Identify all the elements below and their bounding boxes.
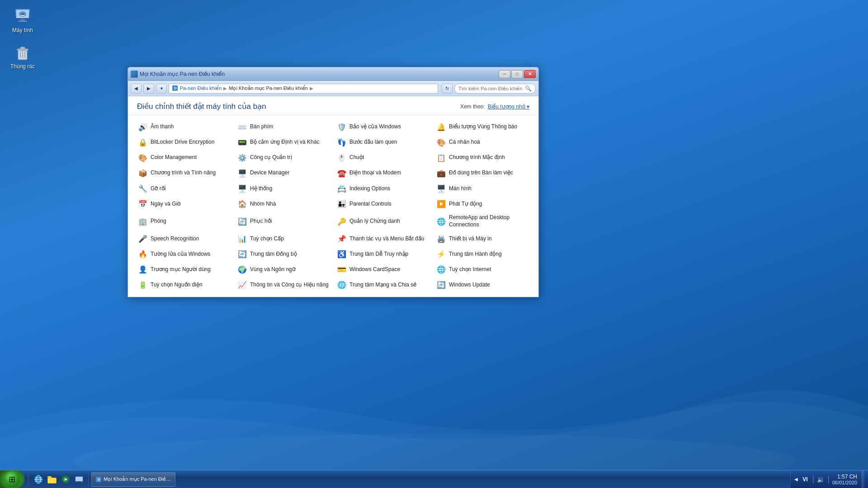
item-icon-tuong-lua: 🔥 <box>138 249 148 259</box>
tray-separator2: | <box>827 474 830 484</box>
back-button[interactable]: ◀ <box>131 84 142 94</box>
start-button[interactable]: ⊞ <box>0 470 24 488</box>
maximize-button[interactable]: □ <box>511 70 523 78</box>
grid-item-tuong-lua[interactable]: 🔥 Tường lửa của Windows <box>135 247 233 262</box>
search-input[interactable] <box>458 86 523 91</box>
search-box[interactable]: 🔍 <box>454 84 536 94</box>
item-label-tuong-lua: Tường lửa của Windows <box>151 251 210 258</box>
grid-item-device-manager[interactable]: 🖥️ Device Manager <box>235 166 332 180</box>
grid-item-ngay-va-gio[interactable]: 📅 Ngày và Giờ <box>135 197 233 211</box>
recent-button[interactable]: ▾ <box>156 84 167 94</box>
item-label-speech-recognition: Speech Recognition <box>151 235 199 243</box>
grid-item-ban-phim[interactable]: ⌨️ Bàn phím <box>235 120 332 134</box>
grid-item-trung-tam-dong-bo[interactable]: 🔄 Trung tâm Đồng bộ <box>235 247 332 262</box>
computer-icon-label: Máy tính <box>12 27 33 33</box>
item-icon-chuot: 🖱️ <box>337 153 347 163</box>
item-icon-trung-tam-de-truy-nhap: ♿ <box>337 249 347 259</box>
grid-item-thiet-bi-may-in[interactable]: 🖨️ Thiết bị và Máy in <box>434 232 531 246</box>
grid-item-color-management[interactable]: 🎨 Color Management <box>135 150 233 165</box>
grid-item-am-thanh[interactable]: 🔊 Âm thanh <box>135 120 233 134</box>
grid-item-cong-cu-quan-tri[interactable]: ⚙️ Công cụ Quản trị <box>235 150 332 165</box>
item-icon-chuong-trinh-tinh-nang: 📦 <box>138 168 148 178</box>
grid-item-indexing-options[interactable]: 📇 Indexing Options <box>334 181 432 196</box>
grid-item-dien-thoai-modem[interactable]: ☎️ Điện thoại và Modem <box>334 166 432 180</box>
grid-item-bitlocker[interactable]: 🔒 BitLocker Drive Encryption <box>135 135 233 150</box>
item-icon-trung-tam-dong-bo: 🔄 <box>237 249 247 259</box>
taskbar: ⊞ <box>0 470 868 488</box>
grid-item-chuong-trinh-mac-dinh[interactable]: 📋 Chương trình Mặc định <box>434 150 531 165</box>
grid-item-do-dung-ban-lam-viec[interactable]: 💼 Đồ dùng trên Bàn làm việc <box>434 166 531 180</box>
breadcrumb-icon: ⚙ <box>172 85 178 92</box>
grid-item-he-thong[interactable]: 🖥️ Hệ thống <box>235 181 332 196</box>
grid-item-windows-cardspace[interactable]: 💳 Windows CardSpace <box>334 263 432 277</box>
item-label-bao-ve-windows: Bảo vệ của Windows <box>349 123 401 131</box>
show-desktop-button[interactable] <box>862 470 864 488</box>
svg-rect-9 <box>20 47 25 49</box>
view-label: Xem theo: <box>460 103 485 110</box>
grid-item-quan-ly-chung-danh[interactable]: 🔑 Quản lý Chứng danh <box>334 212 432 230</box>
grid-item-bo-cam-ung[interactable]: 📟 Bộ cảm ứng Định vị và Khác <box>235 135 332 150</box>
grid-item-thanh-tac-vu[interactable]: 📌 Thanh tác vụ và Menu Bắt đầu <box>334 232 432 246</box>
item-label-ca-nhan-hoa: Cá nhân hoá <box>449 139 480 146</box>
item-label-tuy-chon-internet: Tuỳ chọn Internet <box>449 266 491 273</box>
grid-item-tuy-chon-cap[interactable]: 📊 Tuỳ chọn Cấp <box>235 232 332 246</box>
item-icon-thiet-bi-may-in: 🖨️ <box>436 234 446 244</box>
taskbar-window-label: Mọi Khoản mục Pa-nen Điều khiển <box>104 476 171 482</box>
grid-item-man-hinh[interactable]: 🖥️ Màn hình <box>434 181 531 196</box>
grid-item-go-roi[interactable]: 🔧 Gỡ rối <box>135 181 233 196</box>
grid-item-trung-tam-de-truy-nhap[interactable]: ♿ Trung tâm Dễ Truy nhập <box>334 247 432 262</box>
grid-item-speech-recognition[interactable]: 🎤 Speech Recognition <box>135 232 233 246</box>
grid-item-phuc-hoi[interactable]: 🔄 Phục hồi <box>235 212 332 230</box>
clock[interactable]: 1:57 CH 06/01/2020 <box>832 474 857 485</box>
taskbar-window-item[interactable]: ⚙ Mọi Khoản mục Pa-nen Điều khiển <box>91 472 175 487</box>
item-icon-indexing-options: 📇 <box>337 183 347 193</box>
item-icon-device-manager: 🖥️ <box>237 168 247 178</box>
tray-separator: | <box>812 474 815 484</box>
desktop-icon-trash[interactable]: Thùng rác <box>5 41 41 72</box>
trash-icon-label: Thùng rác <box>10 63 35 70</box>
close-button[interactable]: ✕ <box>524 70 536 78</box>
view-dropdown[interactable]: Biểu tượng nhỏ ▾ <box>488 103 529 110</box>
forward-button[interactable]: ▶ <box>143 84 154 94</box>
grid-item-chuong-trinh-tinh-nang[interactable]: 📦 Chương trình và Tính năng <box>135 166 233 180</box>
grid-item-buoc-dau[interactable]: 👣 Bước đầu làm quen <box>334 135 432 150</box>
grid-item-thong-tin-cong-cu[interactable]: 📈 Thông tin và Công cụ Hiệu năng <box>235 278 332 292</box>
refresh-button[interactable]: ↻ <box>442 84 453 94</box>
taskbar-folder-icon[interactable] <box>47 474 57 485</box>
tray-expand-icon[interactable]: ◀ <box>794 477 798 482</box>
item-icon-nhom-nha: 🏠 <box>237 199 247 209</box>
taskbar-media-icon[interactable] <box>60 474 71 485</box>
grid-item-phong[interactable]: 🏢 Phòng <box>135 212 233 230</box>
taskbar-ie-icon[interactable] <box>33 474 44 485</box>
item-label-phong: Phòng <box>151 218 166 225</box>
grid-item-remoteapp[interactable]: 🌐 RemoteApp and Desktop Connections <box>434 212 531 230</box>
grid-item-bao-ve-windows[interactable]: 🛡️ Bảo vệ của Windows <box>334 120 432 134</box>
taskbar-app-icon[interactable] <box>74 474 85 485</box>
desktop-icon-computer[interactable]: 💻 Máy tính <box>5 5 41 36</box>
grid-item-truong-muc-nguoi-dung[interactable]: 👤 Trương mục Người dùng <box>135 263 233 277</box>
item-icon-ca-nhan-hoa: 🎨 <box>436 137 446 147</box>
grid-item-trung-tam-mang[interactable]: 🌐 Trung tâm Mạng và Chia sẻ <box>334 278 432 292</box>
item-label-chuong-trinh-mac-dinh: Chương trình Mặc định <box>449 154 505 161</box>
grid-item-chuot[interactable]: 🖱️ Chuột <box>334 150 432 165</box>
grid-item-vung-va-ngon-ngu[interactable]: 🌍 Vùng và Ngôn ngữ <box>235 263 332 277</box>
windows-logo: ⊞ <box>9 474 15 484</box>
grid-item-nhom-nha[interactable]: 🏠 Nhóm Nhà <box>235 197 332 211</box>
item-icon-man-hinh: 🖥️ <box>436 183 446 193</box>
grid-item-tuy-chon-internet[interactable]: 🌐 Tuỳ chọn Internet <box>434 263 531 277</box>
breadcrumb-sep2: ▶ <box>310 86 313 91</box>
grid-item-ca-nhan-hoa[interactable]: 🎨 Cá nhân hoá <box>434 135 531 150</box>
breadcrumb-part1[interactable]: Pa-nen Điều khiển <box>180 85 222 91</box>
grid-item-tuy-chon-nguon-dien[interactable]: 🔋 Tuỳ chọn Nguồn điện <box>135 278 233 292</box>
grid-item-parental-controls[interactable]: 👨‍👧 Parental Controls <box>334 197 432 211</box>
view-control: Xem theo: Biểu tượng nhỏ ▾ <box>460 103 529 110</box>
grid-item-phat-tu-dong[interactable]: ▶️ Phát Tự động <box>434 197 531 211</box>
volume-icon[interactable]: 🔉 <box>817 476 825 483</box>
grid-item-trung-tam-hanh-dong[interactable]: ⚡ Trung tâm Hành động <box>434 247 531 262</box>
grid-item-windows-update[interactable]: 🔄 Windows Update <box>434 278 531 292</box>
breadcrumb[interactable]: ⚙ Pa-nen Điều khiển ▶ Mọi Khoản mục Pa-n… <box>169 84 438 94</box>
item-icon-windows-update: 🔄 <box>436 280 446 290</box>
minimize-button[interactable]: ─ <box>499 70 510 78</box>
item-icon-bao-ve-windows: 🛡️ <box>337 122 347 132</box>
grid-item-bieu-tuong-vung[interactable]: 🔔 Biểu tượng Vùng Thông báo <box>434 120 531 134</box>
